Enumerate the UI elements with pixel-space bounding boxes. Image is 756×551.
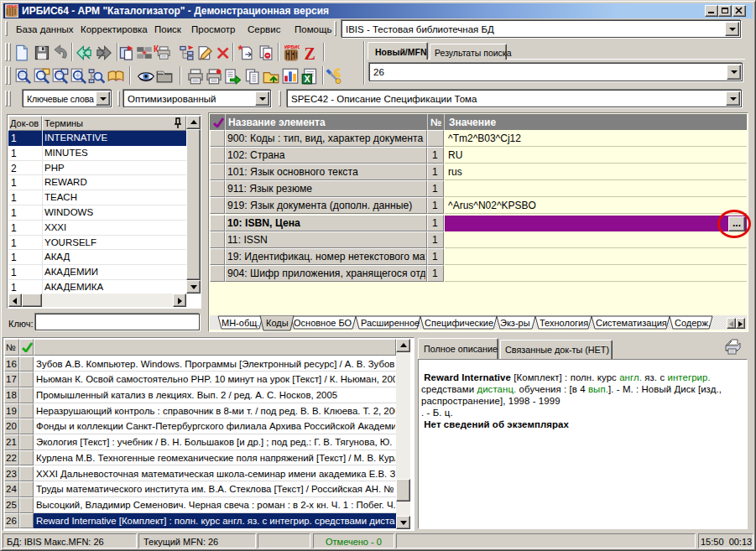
svg-text:X: X (305, 74, 310, 84)
svg-text:*: * (238, 44, 243, 56)
svg-text:Коды: Коды (266, 318, 289, 328)
svg-text:ИРБИС: ИРБИС (7, 4, 18, 8)
svg-text:Содерж.: Содерж. (675, 318, 711, 328)
svg-text:Основное БО: Основное БО (294, 318, 352, 328)
svg-text:ИРБИС: ИРБИС (284, 44, 300, 49)
svg-text:Специфические: Специфические (425, 318, 493, 328)
svg-text:Расширенное: Расширенное (361, 318, 420, 328)
svg-text:Z: Z (305, 44, 315, 61)
svg-text:Систематизация: Систематизация (596, 318, 667, 328)
svg-text:Технология: Технология (540, 318, 588, 328)
svg-text:МН-общ.: МН-общ. (222, 318, 259, 328)
svg-text:Экз-ры: Экз-ры (500, 318, 530, 328)
